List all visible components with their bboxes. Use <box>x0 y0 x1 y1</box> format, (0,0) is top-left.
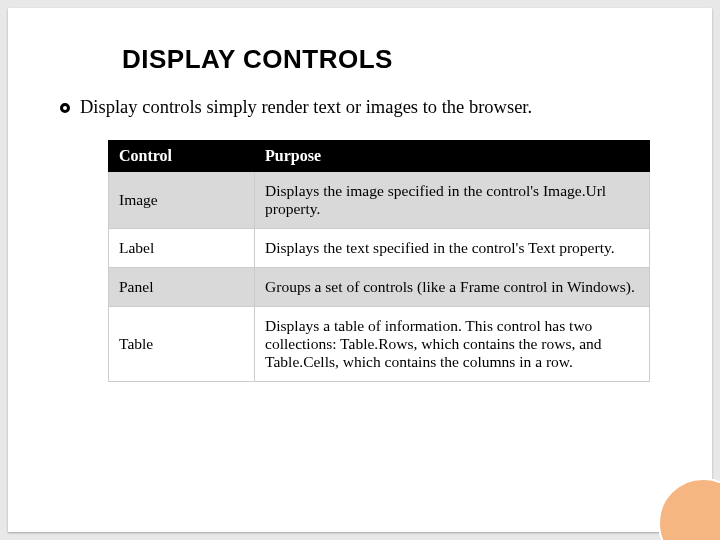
table-row: Label Displays the text specified in the… <box>109 229 650 268</box>
table-row: Image Displays the image specified in th… <box>109 172 650 229</box>
controls-table: Control Purpose Image Displays the image… <box>108 140 650 382</box>
table-row: Table Displays a table of information. T… <box>109 307 650 382</box>
col-purpose: Purpose <box>255 141 650 172</box>
page-title: DISPLAY CONTROLS <box>122 44 660 75</box>
cell-control: Panel <box>109 268 255 307</box>
slide: DISPLAY CONTROLS Display controls simply… <box>8 8 712 532</box>
col-control: Control <box>109 141 255 172</box>
decorative-circle-icon <box>658 478 720 540</box>
cell-purpose: Displays the text specified in the contr… <box>255 229 650 268</box>
table-row: Panel Groups a set of controls (like a F… <box>109 268 650 307</box>
intro-row: Display controls simply render text or i… <box>60 97 660 118</box>
cell-control: Label <box>109 229 255 268</box>
cell-purpose: Displays a table of information. This co… <box>255 307 650 382</box>
table-header-row: Control Purpose <box>109 141 650 172</box>
intro-text: Display controls simply render text or i… <box>80 97 532 118</box>
cell-control: Table <box>109 307 255 382</box>
cell-control: Image <box>109 172 255 229</box>
table-wrap: Control Purpose Image Displays the image… <box>108 140 650 382</box>
cell-purpose: Groups a set of controls (like a Frame c… <box>255 268 650 307</box>
cell-purpose: Displays the image specified in the cont… <box>255 172 650 229</box>
bullet-icon <box>60 103 70 113</box>
